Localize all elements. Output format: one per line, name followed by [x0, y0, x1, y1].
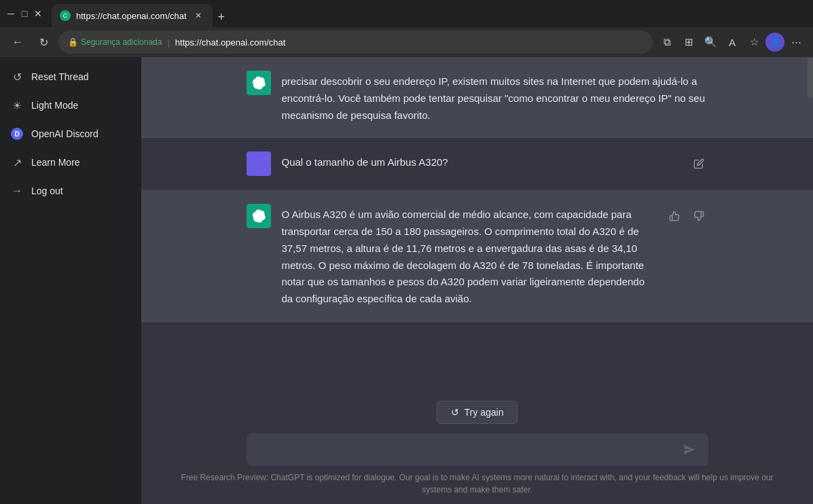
send-button[interactable] — [680, 440, 699, 459]
close-button[interactable]: ✕ — [33, 8, 43, 19]
app-container: ↺ Reset Thread ☀ Light Mode D OpenAI Dis… — [0, 57, 813, 504]
chat-bottom: ↺ Try again Free Research Preview: ChatG… — [141, 390, 813, 504]
sidebar-item-light-mode[interactable]: ☀ Light Mode — [0, 91, 141, 120]
browser-toolbar: ← ↻ 🔒 Segurança adicionada | https://cha… — [0, 27, 813, 57]
try-again-row: ↺ Try again — [168, 401, 786, 424]
sidebar-item-reset-thread[interactable]: ↺ Reset Thread — [0, 62, 141, 91]
try-again-button[interactable]: ↺ Try again — [437, 401, 518, 424]
tab-bar: C https://chat.openai.com/chat ✕ + — [52, 0, 808, 27]
thumbs-up-button[interactable] — [665, 206, 684, 226]
sidebar-item-learn-more[interactable]: ↗ Learn More — [0, 148, 141, 177]
bot-avatar — [247, 204, 271, 228]
input-row — [247, 433, 708, 466]
sidebar: ↺ Reset Thread ☀ Light Mode D OpenAI Dis… — [0, 57, 141, 504]
favorites-button[interactable]: ☆ — [744, 32, 764, 52]
titlebar: ─ □ ✕ C https://chat.openai.com/chat ✕ + — [0, 0, 813, 27]
sidebar-item-label: OpenAI Discord — [31, 128, 98, 139]
security-indicator: 🔒 Segurança adicionada — [68, 37, 162, 47]
tab-title: https://chat.openai.com/chat — [76, 11, 187, 21]
sidebar-item-logout[interactable]: → Log out — [0, 177, 141, 205]
sidebar-item-discord[interactable]: D OpenAI Discord — [0, 120, 141, 148]
assistant-message-text: O Airbus A320 é um avião comercial de mé… — [282, 204, 654, 308]
split-view-button[interactable]: ⧉ — [657, 32, 677, 52]
window-controls: ─ □ ✕ — [5, 8, 43, 19]
scrollbar-thumb[interactable] — [808, 57, 813, 98]
grid-button[interactable]: ⊞ — [679, 32, 699, 52]
bot-avatar-partial — [247, 71, 271, 95]
message-block-user: Qual o tamanho de um Airbus A320? — [141, 138, 813, 190]
tab-favicon: C — [60, 10, 71, 21]
user-message-actions — [689, 151, 708, 173]
message-block-partial: precisar descobrir o seu endereço IP, ex… — [141, 57, 813, 138]
address-divider: | — [167, 37, 169, 48]
retry-icon: ↺ — [451, 407, 459, 418]
assistant-message-actions — [665, 204, 708, 226]
lock-icon: 🔒 — [68, 37, 78, 47]
toolbar-icons: ⧉ ⊞ 🔍 A ☆ 👤 ⋯ — [657, 32, 806, 52]
tab-close-button[interactable]: ✕ — [192, 10, 204, 22]
discord-icon: D — [11, 128, 23, 140]
learn-more-icon: ↗ — [11, 156, 23, 168]
minimize-button[interactable]: ─ — [5, 8, 16, 19]
sidebar-item-label: Light Mode — [31, 100, 78, 111]
address-url: https://chat.openai.com/chat — [175, 37, 286, 48]
footer-text: Free Research Preview: ChatGPT is optimi… — [168, 466, 786, 499]
reset-thread-icon: ↺ — [11, 71, 23, 83]
sidebar-item-label: Reset Thread — [31, 71, 89, 82]
user-avatar — [247, 151, 271, 176]
back-button[interactable]: ← — [7, 31, 29, 53]
chat-input[interactable] — [256, 442, 673, 458]
sidebar-item-label: Learn More — [31, 157, 80, 168]
menu-button[interactable]: ⋯ — [786, 32, 806, 52]
search-button[interactable]: 🔍 — [700, 32, 721, 52]
profile-button[interactable]: 👤 — [765, 33, 784, 52]
light-mode-icon: ☀ — [11, 99, 23, 111]
message-block-assistant: O Airbus A320 é um avião comercial de mé… — [141, 190, 813, 322]
chat-scroll[interactable]: precisar descobrir o seu endereço IP, ex… — [141, 57, 813, 390]
new-tab-button[interactable]: + — [213, 7, 231, 27]
reader-button[interactable]: A — [722, 32, 742, 52]
thumbs-down-button[interactable] — [689, 206, 708, 226]
main-chat-area: precisar descobrir o seu endereço IP, ex… — [141, 57, 813, 504]
edit-message-button[interactable] — [689, 154, 708, 173]
active-tab[interactable]: C https://chat.openai.com/chat ✕ — [52, 4, 213, 27]
reload-button[interactable]: ↻ — [33, 31, 54, 53]
user-message-text: Qual o tamanho de um Airbus A320? — [282, 151, 679, 171]
address-bar[interactable]: 🔒 Segurança adicionada | https://chat.op… — [58, 31, 653, 54]
logout-icon: → — [11, 185, 23, 197]
partial-message-text: precisar descobrir o seu endereço IP, ex… — [282, 71, 708, 124]
maximize-button[interactable]: □ — [19, 8, 30, 19]
scrollbar-track[interactable] — [808, 57, 813, 504]
sidebar-item-label: Log out — [31, 185, 63, 196]
